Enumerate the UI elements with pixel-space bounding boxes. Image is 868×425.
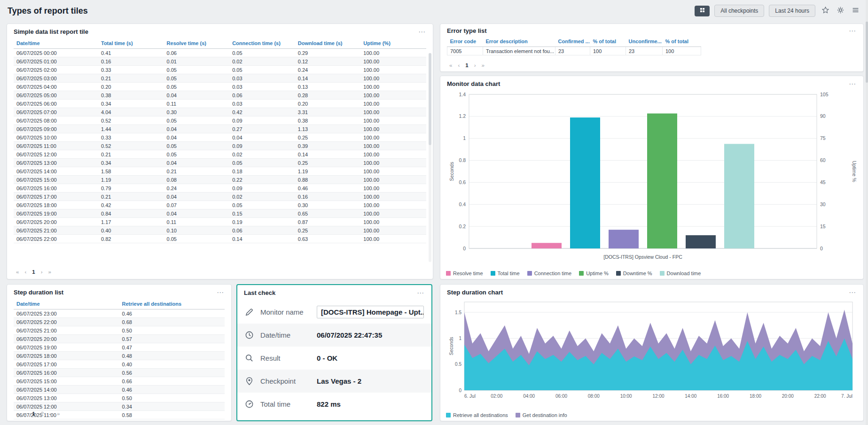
column-header[interactable]: % of total <box>590 37 626 47</box>
main-menu-button[interactable] <box>850 6 860 16</box>
table-cell: 06/07/2025 19:00 <box>14 343 119 352</box>
column-header[interactable]: Unconfirme... <box>626 37 663 47</box>
table-cell: 0.11 <box>164 218 230 226</box>
column-header[interactable]: % of total <box>663 37 701 47</box>
tile-menu-button[interactable]: ⋯ <box>416 289 425 296</box>
legend-swatch <box>579 271 584 276</box>
checkpoints-filter-button[interactable]: All checkpoints <box>714 5 764 17</box>
legend-swatch <box>491 271 495 276</box>
tile-menu-button[interactable]: ⋯ <box>848 27 857 34</box>
table-cell: 0.05 <box>164 74 230 83</box>
previous-page-button[interactable]: ‹ <box>22 269 29 275</box>
bar-download-time[interactable] <box>724 144 754 248</box>
next-page-button[interactable]: › <box>472 62 478 69</box>
previous-page-button[interactable]: ‹ <box>22 410 29 417</box>
table-row: 7005Transaction element not fou...231002… <box>447 47 701 55</box>
column-header[interactable]: Error description <box>483 37 555 47</box>
table-cell: 0.13 <box>295 83 361 91</box>
column-header[interactable]: Error code <box>447 37 483 47</box>
table-cell: 100.00 <box>360 184 426 193</box>
tile-menu-button[interactable]: ⋯ <box>216 289 225 296</box>
legend-item[interactable]: Resolve time <box>446 270 483 276</box>
tile-title: Monitor data chart <box>447 80 500 87</box>
legend-swatch <box>660 271 665 276</box>
table-cell: 100.00 <box>360 226 426 235</box>
table-cell: 06/07/2025 18:00 <box>14 352 119 360</box>
dashboard-grid-button[interactable] <box>695 6 710 16</box>
bar-connection-time[interactable] <box>609 230 639 248</box>
table-cell: 100.00 <box>360 125 426 133</box>
tile-title: Last check <box>244 289 275 296</box>
table-cell: Transaction element not fou... <box>483 47 555 55</box>
last-check-field-value[interactable]: [DOCS-ITRS] Homepage - Upt... <box>317 306 424 318</box>
page-1-button[interactable]: 1 <box>463 62 470 69</box>
first-page-button[interactable]: « <box>14 269 21 275</box>
legend-item[interactable]: Retrieve all destinations <box>446 412 508 418</box>
previous-page-button[interactable]: ‹ <box>455 62 462 69</box>
legend-item[interactable]: Uptime % <box>579 270 609 276</box>
table-cell: 0.05 <box>229 66 295 74</box>
legend-item[interactable]: Get destination info <box>516 412 567 418</box>
table-cell: 06/07/2025 16:00 <box>14 369 119 377</box>
page-1-button[interactable]: 1 <box>30 269 37 275</box>
table-cell: 100.00 <box>360 176 426 184</box>
column-header[interactable]: Connection time (s) <box>229 39 295 49</box>
last-page-button[interactable]: » <box>46 269 54 275</box>
column-header[interactable]: Download time (s) <box>295 39 361 49</box>
table-cell: 100.00 <box>360 150 426 159</box>
legend-item[interactable]: Downtime % <box>616 270 652 276</box>
settings-button[interactable] <box>835 6 845 16</box>
first-page-button[interactable]: « <box>447 62 454 69</box>
table-cell: 1.19 <box>295 167 361 176</box>
column-header[interactable]: Uptime (%) <box>360 39 426 49</box>
table-row: 06/07/2025 22:000.68 <box>14 318 225 326</box>
favorite-star-button[interactable] <box>820 6 830 16</box>
table-row: 06/07/2025 15:000.66 <box>14 377 225 386</box>
bar-uptime-[interactable] <box>647 114 677 248</box>
tile-menu-button[interactable]: ⋯ <box>417 28 426 35</box>
legend-item[interactable]: Connection time <box>527 270 572 276</box>
table-row: 06/07/2025 06:000.340.110.030.20100.00 <box>14 100 426 108</box>
page-2-button[interactable]: 2 <box>39 410 46 417</box>
bar-downtime-[interactable] <box>686 235 716 248</box>
next-page-button[interactable]: › <box>39 269 45 275</box>
page-scrollbar-thumb[interactable] <box>866 22 868 83</box>
column-header[interactable]: Confirmed ... <box>555 37 590 47</box>
pagination: «‹1›» <box>14 269 54 275</box>
last-page-button[interactable]: » <box>479 62 487 69</box>
legend-item[interactable]: Total time <box>491 270 520 276</box>
tile-menu-button[interactable]: ⋯ <box>848 289 857 296</box>
next-page-button[interactable]: › <box>47 410 54 417</box>
table-cell: 0.68 <box>119 318 225 326</box>
table-header-row: Error codeError descriptionConfirmed ...… <box>447 37 701 47</box>
time-range-button[interactable]: Last 24 hours <box>769 5 815 17</box>
column-header[interactable]: Retrieve all destinations <box>119 299 225 309</box>
column-header[interactable]: Date/time <box>14 299 119 309</box>
scrollbar-thumb[interactable] <box>429 53 431 145</box>
table-cell: 06/07/2025 17:00 <box>14 193 98 201</box>
page-1-button[interactable]: 1 <box>30 410 37 417</box>
legend-item[interactable]: Download time <box>660 270 701 276</box>
last-check-row: Result0 - OK <box>237 347 431 370</box>
monitor-data-bar-chart: 00.20.40.60.811.21.40153045607590105Seco… <box>447 90 857 264</box>
column-header[interactable]: Resolve time (s) <box>164 39 230 49</box>
page-scrollbar[interactable] <box>866 0 868 425</box>
grid-icon <box>699 7 705 15</box>
legend-label: Retrieve all destinations <box>453 412 508 418</box>
last-check-field-value: 06/07/2025 22:47:35 <box>317 331 424 339</box>
tile-scrollbar[interactable] <box>429 53 431 262</box>
svg-text:06:00: 06:00 <box>555 394 567 399</box>
bar-resolve-time[interactable] <box>532 243 562 248</box>
column-header[interactable]: Total time (s) <box>98 39 164 49</box>
chart-legend: Resolve timeTotal timeConnection timeUpt… <box>446 270 701 276</box>
first-page-button[interactable]: « <box>14 410 21 417</box>
bar-total-time[interactable] <box>570 117 600 248</box>
table-cell: 0.25 <box>295 133 361 142</box>
svg-text:18:00: 18:00 <box>750 394 761 399</box>
table-cell: 0.20 <box>98 83 164 91</box>
table-cell: 0.27 <box>229 125 295 133</box>
table-cell: 0.19 <box>229 218 295 226</box>
last-page-button[interactable]: » <box>55 410 62 417</box>
column-header[interactable]: Date/time <box>14 39 98 49</box>
tile-menu-button[interactable]: ⋯ <box>848 80 857 87</box>
